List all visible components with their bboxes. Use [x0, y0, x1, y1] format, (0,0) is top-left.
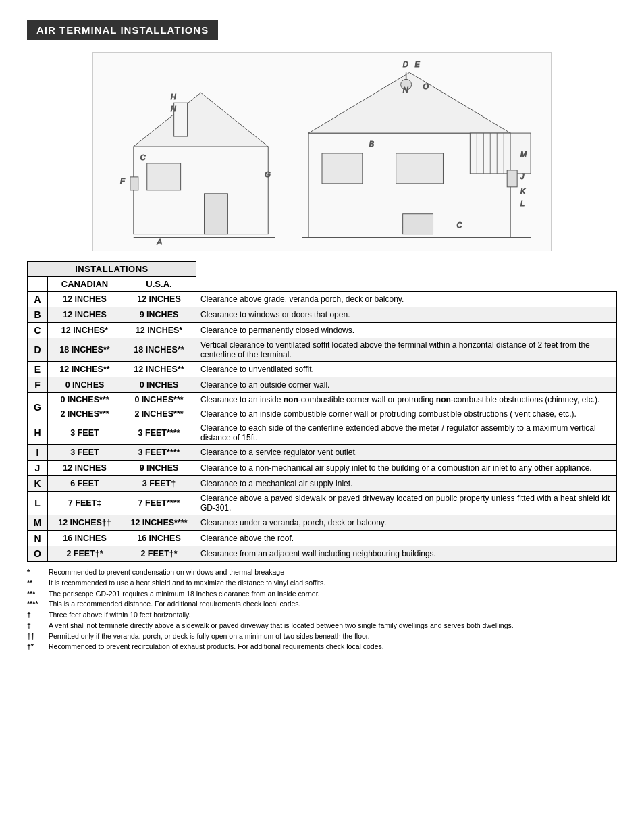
svg-text:M: M: [520, 149, 527, 157]
row-label: J: [28, 461, 48, 476]
row-label-g: G: [28, 393, 48, 421]
row-label: B: [28, 307, 48, 323]
usa-val: 3 FEET†: [122, 476, 196, 492]
footnote-symbol: ****: [27, 599, 46, 610]
footnote-text: Recommended to prevent condensation on w…: [49, 567, 284, 578]
desc-cell: Clearance to unventilated soffit.: [196, 362, 617, 377]
svg-text:J: J: [520, 172, 525, 180]
footnote-symbol: ††: [27, 631, 46, 642]
row-label: M: [28, 515, 48, 531]
usa-val: 0 INCHES***: [122, 393, 196, 407]
canadian-val: 12 INCHES: [48, 292, 122, 307]
label-col-header: [28, 277, 48, 292]
usa-val: 3 FEET****: [122, 421, 196, 445]
svg-rect-5: [130, 176, 138, 190]
row-label: C: [28, 323, 48, 338]
row-label: I: [28, 445, 48, 461]
footnote-item: ‡A vent shall not terminate directly abo…: [27, 621, 617, 631]
footnote-item: *Recommended to prevent condensation on …: [27, 567, 617, 578]
usa-val: 2 FEET†*: [122, 546, 196, 562]
svg-text:C: C: [140, 153, 146, 161]
canadian-val: 0 INCHES: [48, 377, 122, 393]
footnote-symbol: *: [27, 567, 46, 578]
usa-val: 18 INCHES**: [122, 338, 196, 362]
footnote-symbol: †*: [27, 642, 46, 652]
row-label: A: [28, 292, 48, 307]
desc-cell: Clearance to an inside combustible corne…: [196, 407, 617, 421]
table-row: L 7 FEET‡ 7 FEET**** Clearance above a p…: [28, 492, 617, 515]
svg-text:B: B: [369, 140, 374, 148]
usa-col-header: U.S.A.: [122, 277, 196, 292]
footnote-text: The periscope GD-201 requires a minimum …: [49, 589, 320, 600]
row-label: N: [28, 531, 48, 546]
canadian-val: 12 INCHES*: [48, 323, 122, 338]
row-label: F: [28, 377, 48, 393]
table-row: C 12 INCHES* 12 INCHES* Clearance to per…: [28, 323, 617, 338]
footnote-item: ***The periscope GD-201 requires a minim…: [27, 589, 617, 600]
table-row: 2 INCHES*** 2 INCHES*** Clearance to an …: [28, 407, 617, 421]
svg-rect-22: [396, 153, 444, 183]
canadian-col-header: CANADIAN: [48, 277, 122, 292]
svg-text:D: D: [403, 60, 408, 68]
canadian-val: 2 INCHES***: [48, 407, 122, 421]
desc-cell: Clearance to an outside corner wall.: [196, 377, 617, 393]
footnote-item: †Three feet above if within 10 feet hori…: [27, 610, 617, 621]
canadian-val: 12 INCHES**: [48, 362, 122, 377]
desc-cell: Clearance from an adjacent wall includin…: [196, 546, 617, 562]
footnote-text: Three feet above if within 10 feet horiz…: [49, 610, 191, 621]
desc-cell: Clearance above a paved sidewalk or pave…: [196, 492, 617, 515]
row-label: E: [28, 362, 48, 377]
svg-text:H: H: [171, 105, 176, 113]
usa-val: 9 INCHES: [122, 307, 196, 323]
canadian-val: 7 FEET‡: [48, 492, 122, 515]
row-label: D: [28, 338, 48, 362]
usa-val: 9 INCHES: [122, 461, 196, 476]
desc-cell: Vertical clearance to ventilated soffit …: [196, 338, 617, 362]
footnote-item: ††Permitted only if the veranda, porch, …: [27, 631, 617, 642]
canadian-val: 6 FEET: [48, 476, 122, 492]
svg-rect-4: [174, 103, 188, 136]
canadian-val: 0 INCHES***: [48, 393, 122, 407]
installations-table: INSTALLATIONS CANADIAN U.S.A. A 12 INCHE…: [27, 261, 617, 562]
diagram-area: F H H C A G: [27, 47, 617, 256]
svg-text:N: N: [403, 86, 408, 94]
svg-text:C: C: [456, 220, 462, 228]
table-row: N 16 INCHES 16 INCHES Clearance above th…: [28, 531, 617, 546]
usa-val: 12 INCHES*: [122, 323, 196, 338]
table-row: K 6 FEET 3 FEET† Clearance to a mechanic…: [28, 476, 617, 492]
row-label: O: [28, 546, 48, 562]
usa-val: 3 FEET****: [122, 445, 196, 461]
table-row: E 12 INCHES** 12 INCHES** Clearance to u…: [28, 362, 617, 377]
desc-cell: Clearance to each side of the centerline…: [196, 421, 617, 445]
svg-text:G: G: [265, 170, 271, 178]
table-row: M 12 INCHES†† 12 INCHES**** Clearance un…: [28, 515, 617, 531]
desc-cell: Clearance above the roof.: [196, 531, 617, 546]
usa-val: 16 INCHES: [122, 531, 196, 546]
usa-val: 12 INCHES**: [122, 362, 196, 377]
canadian-val: 16 INCHES: [48, 531, 122, 546]
svg-text:H: H: [171, 93, 176, 101]
usa-val: 12 INCHES: [122, 292, 196, 307]
footnote-symbol: ***: [27, 589, 46, 600]
usa-val: 7 FEET****: [122, 492, 196, 515]
desc-cell: Clearance to permanently closed windows.: [196, 323, 617, 338]
svg-rect-21: [322, 153, 363, 183]
desc-cell: Clearance to a service regulator vent ou…: [196, 445, 617, 461]
table-row: B 12 INCHES 9 INCHES Clearance to window…: [28, 307, 617, 323]
usa-val: 2 INCHES***: [122, 407, 196, 421]
footnote-symbol: **: [27, 578, 46, 589]
canadian-val: 18 INCHES**: [48, 338, 122, 362]
svg-rect-2: [147, 163, 181, 190]
table-row: J 12 INCHES 9 INCHES Clearance to a non-…: [28, 461, 617, 476]
footnote-symbol: †: [27, 610, 46, 621]
house-svg: F H H C A G: [93, 52, 551, 251]
desc-cell: Clearance under a veranda, porch, deck o…: [196, 515, 617, 531]
canadian-val: 12 INCHES: [48, 307, 122, 323]
table-header-row: INSTALLATIONS: [28, 262, 617, 277]
footnote-item: †*Recommenced to prevent recirculation o…: [27, 642, 617, 652]
footnote-text: Permitted only if the veranda, porch, or…: [49, 631, 370, 642]
table-row: D 18 INCHES** 18 INCHES** Vertical clear…: [28, 338, 617, 362]
page-title: AIR TERMINAL INSTALLATIONS: [36, 24, 209, 36]
canadian-val: 3 FEET: [48, 421, 122, 445]
desc-cell: Clearance to windows or doors that open.: [196, 307, 617, 323]
